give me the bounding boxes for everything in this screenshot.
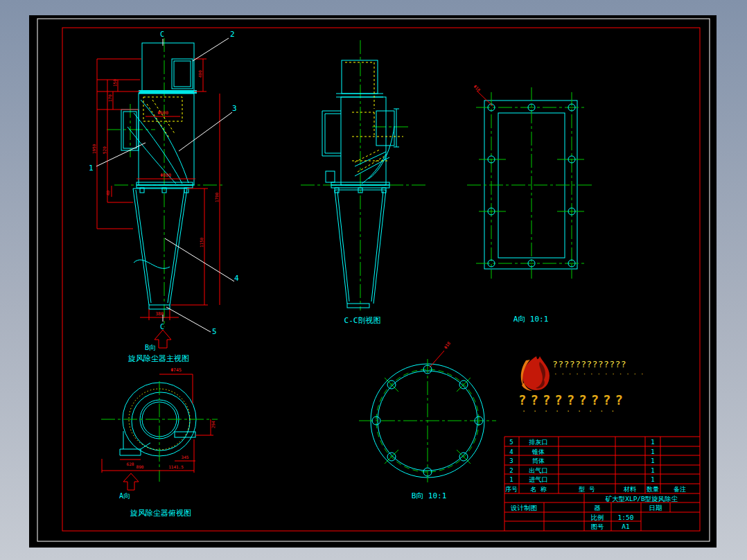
a-direction-arrow-icon [123,473,139,490]
dim-top-bottom-b: 1141.5 [168,464,184,469]
part-name: 出气口 [529,467,548,474]
a-view: Φ18 A向 10:1 [467,84,594,324]
a-view-label: A向 10:1 [513,315,549,324]
top-view-label: 旋风除尘器俯视图 [130,509,191,518]
b-view: Φ18 B向 10:1 [359,340,496,500]
front-view: Φ600 150 170 520 1950 40 [89,30,239,363]
section-mark-c-bottom: C [160,323,164,331]
drawing-title-line2: 器 [594,504,601,511]
dim-front-left-total: 1950 [91,143,96,154]
dim-front-right-total: 1700 [214,192,219,202]
top-view-dimensions: Φ745 294 628 890 1141.5 345 [102,367,216,473]
part-name: 排灰口 [529,439,548,446]
part-qty: 1 [651,476,654,483]
part-name: 进气口 [529,476,548,483]
drawing-title-line1: 矿大型XLP/B型旋风除尘 [605,495,678,502]
header-model: 型 号 [578,486,595,493]
dim-top-left: 628 [127,462,134,466]
header-note: 备注 [674,486,686,493]
drawing-canvas: Φ600 150 170 520 1950 40 [29,15,717,548]
part-qty: 1 [651,448,654,455]
drawing-no-value: A1 [622,523,630,530]
part-no: 4 [509,448,513,455]
dim-top-small: 345 [182,455,189,460]
part-qty: 1 [651,467,654,474]
dim-front-left-b: 170 [107,94,112,102]
dim-front-cone-height: 1150 [199,237,204,247]
a-view-hole-callout: Φ18 [473,84,482,93]
balloon-5: 5 [212,327,217,336]
section-cc-label: C-C剖视图 [344,316,381,325]
dim-top-right: 294 [211,421,216,428]
section-mark-c-top: C [160,30,164,38]
dim-front-left-small: 40 [105,190,110,195]
logo: ????????????? ············· ????????? ··… [518,356,647,415]
section-cc-view: C-C剖视图 [301,40,425,325]
dim-top-dia: Φ745 [170,367,182,373]
title-block: 5 排灰口 1 4 锥体 1 3 筒体 1 2 出气口 1 1 进气口 1 [504,437,700,531]
part-qty: 1 [651,457,654,464]
dim-top-bottom-a: 890 [137,464,144,469]
part-no: 1 [509,476,513,483]
scale-label: 比例 [591,514,604,521]
logo-text-row1: ????????????? [552,359,626,369]
balloon-1: 1 [89,164,94,173]
logo-text-row2-dots: ········· [522,408,622,415]
parts-list-header: 序号 名 称 型 号 材料 数量 备注 [505,486,686,493]
dim-front-bottom: 380 [155,311,164,317]
header-qty: 数量 [647,486,659,493]
part-no: 2 [509,467,513,474]
date-label: 日期 [649,504,662,511]
dim-front-left-c: 520 [102,146,107,154]
dim-front-inner: Φ600 [157,110,168,116]
part-qty: 1 [651,439,654,446]
front-dimensions: 150 170 520 1950 40 400 Φ800 1150 1700 3… [91,59,220,320]
part-name: 筒体 [532,457,545,464]
logo-text-row2: ????????? [518,392,627,408]
part-name: 锥体 [531,448,545,455]
drawing-no-label: 图号 [591,523,605,530]
top-arrow-label: A向 [119,492,130,500]
b-direction-arrow-icon [155,330,171,348]
b-view-label: B向 10:1 [412,491,447,500]
dim-front-left-a: 150 [112,79,117,87]
part-no: 5 [509,439,513,446]
balloon-2: 2 [230,30,235,39]
header-no: 序号 [505,486,518,493]
balloon-4: 4 [234,274,239,283]
drawing-svg: Φ600 150 170 520 1950 40 [29,15,717,548]
front-view-label: 旋风除尘器主视图 [128,354,189,363]
front-arrow-label: B向 [145,344,156,351]
dim-front-outlet-dia: Φ800 [160,173,171,178]
scale-value: 1:50 [618,514,634,521]
b-view-hole-callout: Φ18 [443,340,451,349]
parts-list: 5 排灰口 1 4 锥体 1 3 筒体 1 2 出气口 1 1 进气口 1 [509,439,654,483]
designer-label: 设计制图 [510,504,537,511]
part-no: 3 [509,457,513,464]
cad-screenshot: Φ600 150 170 520 1950 40 [0,0,747,560]
dim-front-top-right: 400 [197,70,202,78]
top-view: Φ745 294 628 890 1141.5 345 A向 旋风除尘器俯视图 [101,367,218,518]
header-material: 材料 [623,486,636,493]
logo-text-row1-dots: ············· [554,371,647,378]
balloon-3: 3 [232,104,237,113]
header-name: 名 称 [530,486,546,493]
